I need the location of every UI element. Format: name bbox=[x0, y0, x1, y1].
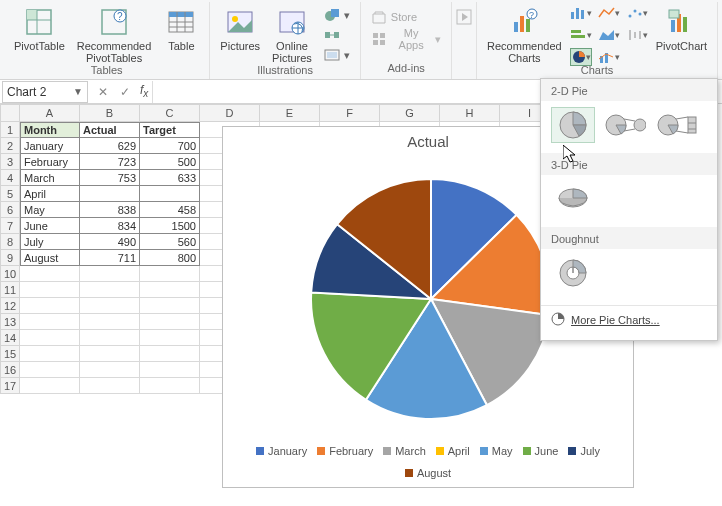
col-header-B[interactable]: B bbox=[80, 104, 140, 122]
scatter-chart-button[interactable]: ▾ bbox=[626, 4, 648, 22]
name-box-dropdown-icon[interactable]: ▼ bbox=[73, 86, 83, 97]
cell-C6[interactable]: 458 bbox=[140, 202, 200, 218]
table-button[interactable]: Table bbox=[159, 4, 203, 54]
legend-item-august[interactable]: August bbox=[405, 467, 451, 479]
cell-C7[interactable]: 1500 bbox=[140, 218, 200, 234]
cell-C4[interactable]: 633 bbox=[140, 170, 200, 186]
cell-B11[interactable] bbox=[80, 282, 140, 298]
cell-B4[interactable]: 753 bbox=[80, 170, 140, 186]
legend-item-june[interactable]: June bbox=[523, 445, 559, 457]
cell-B16[interactable] bbox=[80, 362, 140, 378]
cell-A10[interactable] bbox=[20, 266, 80, 282]
online-pictures-button[interactable]: Online Pictures bbox=[268, 4, 316, 66]
cell-B14[interactable] bbox=[80, 330, 140, 346]
shapes-button[interactable]: ▾ bbox=[320, 6, 354, 24]
pie-of-pie-option[interactable] bbox=[603, 107, 647, 143]
row-header-1[interactable]: 1 bbox=[0, 122, 20, 138]
col-header-D[interactable]: D bbox=[200, 104, 260, 122]
bing-maps-button[interactable] bbox=[452, 8, 476, 26]
cell-A2[interactable]: January bbox=[20, 138, 80, 154]
pivotchart-button[interactable]: PivotChart bbox=[652, 4, 711, 54]
cell-B9[interactable]: 711 bbox=[80, 250, 140, 266]
cell-B17[interactable] bbox=[80, 378, 140, 394]
bar-chart-button[interactable]: ▾ bbox=[570, 26, 592, 44]
row-header-9[interactable]: 9 bbox=[0, 250, 20, 266]
cell-B6[interactable]: 838 bbox=[80, 202, 140, 218]
cell-B15[interactable] bbox=[80, 346, 140, 362]
cell-A16[interactable] bbox=[20, 362, 80, 378]
cell-B5[interactable] bbox=[80, 186, 140, 202]
cell-B10[interactable] bbox=[80, 266, 140, 282]
store-button[interactable]: Store bbox=[367, 8, 421, 26]
cell-A12[interactable] bbox=[20, 298, 80, 314]
col-header-F[interactable]: F bbox=[320, 104, 380, 122]
pie-2d-option[interactable] bbox=[551, 107, 595, 143]
cell-C11[interactable] bbox=[140, 282, 200, 298]
row-header-12[interactable]: 12 bbox=[0, 298, 20, 314]
column-chart-button[interactable]: ▾ bbox=[570, 4, 592, 22]
cell-B8[interactable]: 490 bbox=[80, 234, 140, 250]
row-header-13[interactable]: 13 bbox=[0, 314, 20, 330]
row-header-15[interactable]: 15 bbox=[0, 346, 20, 362]
row-header-8[interactable]: 8 bbox=[0, 234, 20, 250]
cell-A13[interactable] bbox=[20, 314, 80, 330]
legend-item-march[interactable]: March bbox=[383, 445, 426, 457]
enter-formula-button[interactable]: ✓ bbox=[114, 82, 136, 102]
cell-A14[interactable] bbox=[20, 330, 80, 346]
cell-A7[interactable]: June bbox=[20, 218, 80, 234]
cell-A15[interactable] bbox=[20, 346, 80, 362]
col-header-E[interactable]: E bbox=[260, 104, 320, 122]
col-header-C[interactable]: C bbox=[140, 104, 200, 122]
col-header-G[interactable]: G bbox=[380, 104, 440, 122]
doughnut-option[interactable] bbox=[551, 255, 595, 291]
recommended-charts-button[interactable]: ? Recommended Charts bbox=[483, 4, 566, 66]
cell-A4[interactable]: March bbox=[20, 170, 80, 186]
row-header-4[interactable]: 4 bbox=[0, 170, 20, 186]
cell-C2[interactable]: 700 bbox=[140, 138, 200, 154]
pie-plot-area[interactable] bbox=[301, 169, 561, 429]
cell-C15[interactable] bbox=[140, 346, 200, 362]
cell-B2[interactable]: 629 bbox=[80, 138, 140, 154]
pictures-button[interactable]: Pictures bbox=[216, 4, 264, 54]
pivottable-button[interactable]: PivotTable bbox=[10, 4, 69, 54]
cell-C17[interactable] bbox=[140, 378, 200, 394]
fx-icon[interactable]: fx bbox=[140, 83, 148, 99]
cell-B12[interactable] bbox=[80, 298, 140, 314]
cell-C3[interactable]: 500 bbox=[140, 154, 200, 170]
cell-B1[interactable]: Actual bbox=[80, 122, 140, 138]
name-box[interactable]: Chart 2 ▼ bbox=[2, 81, 88, 103]
more-pie-charts-item[interactable]: More Pie Charts... bbox=[541, 305, 717, 334]
cell-A9[interactable]: August bbox=[20, 250, 80, 266]
cell-A1[interactable]: Month bbox=[20, 122, 80, 138]
area-chart-button[interactable]: ▾ bbox=[598, 26, 620, 44]
row-header-2[interactable]: 2 bbox=[0, 138, 20, 154]
cell-A11[interactable] bbox=[20, 282, 80, 298]
row-header-17[interactable]: 17 bbox=[0, 378, 20, 394]
row-header-5[interactable]: 5 bbox=[0, 186, 20, 202]
legend-item-january[interactable]: January bbox=[256, 445, 307, 457]
screenshot-button[interactable]: ▾ bbox=[320, 46, 354, 64]
row-header-7[interactable]: 7 bbox=[0, 218, 20, 234]
select-all-corner[interactable] bbox=[0, 104, 20, 122]
row-header-3[interactable]: 3 bbox=[0, 154, 20, 170]
recommended-pivottables-button[interactable]: ? Recommended PivotTables bbox=[73, 4, 156, 66]
stock-chart-button[interactable]: ▾ bbox=[626, 26, 648, 44]
legend-item-april[interactable]: April bbox=[436, 445, 470, 457]
row-header-10[interactable]: 10 bbox=[0, 266, 20, 282]
cell-C14[interactable] bbox=[140, 330, 200, 346]
cell-C8[interactable]: 560 bbox=[140, 234, 200, 250]
cell-A3[interactable]: February bbox=[20, 154, 80, 170]
cell-C12[interactable] bbox=[140, 298, 200, 314]
legend-item-may[interactable]: May bbox=[480, 445, 513, 457]
cell-A17[interactable] bbox=[20, 378, 80, 394]
pie-3d-option[interactable] bbox=[551, 181, 595, 217]
cell-C5[interactable] bbox=[140, 186, 200, 202]
cell-C10[interactable] bbox=[140, 266, 200, 282]
row-header-16[interactable]: 16 bbox=[0, 362, 20, 378]
cell-C9[interactable]: 800 bbox=[140, 250, 200, 266]
cell-B13[interactable] bbox=[80, 314, 140, 330]
bar-of-pie-option[interactable] bbox=[655, 107, 699, 143]
myapps-button[interactable]: My Apps▾ bbox=[367, 30, 446, 48]
col-header-H[interactable]: H bbox=[440, 104, 500, 122]
cell-B7[interactable]: 834 bbox=[80, 218, 140, 234]
